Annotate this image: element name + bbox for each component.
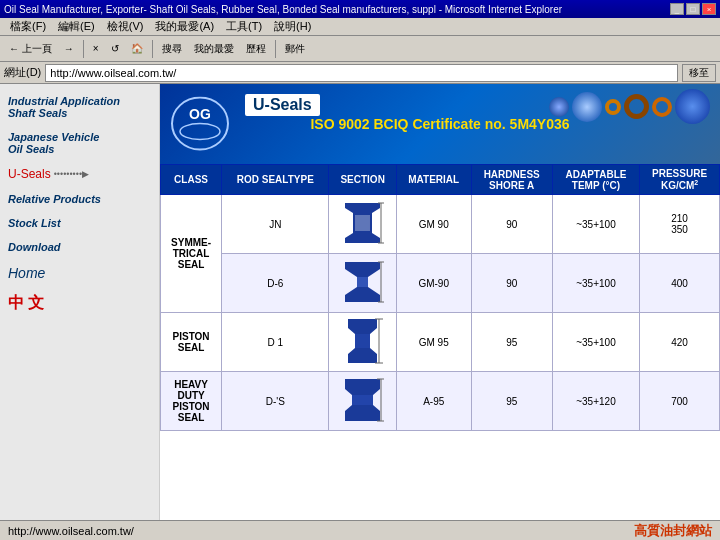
title-bar: Oil Seal Manufacturer, Exporter- Shaft O… <box>0 0 720 18</box>
sidebar-item-industrial[interactable]: Industrial ApplicationShaft Seals <box>4 92 155 122</box>
stop-button[interactable]: × <box>88 39 104 59</box>
status-url: http://www.oilseal.com.tw/ <box>8 525 134 537</box>
maximize-button[interactable]: □ <box>686 3 700 15</box>
sidebar-item-useals[interactable]: U-Seals •••••••••▶ <box>4 164 155 184</box>
main-content: OG U-Seals ISO 9002 BCIQ Certificate no.… <box>160 84 720 520</box>
col-section: SECTION <box>329 165 396 195</box>
menu-edit[interactable]: 編輯(E) <box>52 19 101 34</box>
class-piston: PISTONSEAL <box>161 313 222 372</box>
col-rod-sealtype: ROD SEALTYPE <box>222 165 329 195</box>
hardness-d6: 90 <box>471 254 552 313</box>
col-pressure: PRESSUREKG/CM2 <box>640 165 720 195</box>
menu-help[interactable]: 說明(H) <box>268 19 317 34</box>
sidebar: Industrial ApplicationShaft Seals Japane… <box>0 84 160 520</box>
sidebar-item-chinese[interactable]: 中 文 <box>4 290 155 317</box>
menu-bar: 檔案(F) 編輯(E) 檢視(V) 我的最愛(A) 工具(T) 說明(H) <box>0 18 720 36</box>
table-row: D-6 GM-90 90 ~35+100 400 <box>161 254 720 313</box>
window-title: Oil Seal Manufacturer, Exporter- Shaft O… <box>4 4 562 15</box>
mail-button[interactable]: 郵件 <box>280 39 310 59</box>
status-bar: http://www.oilseal.com.tw/ 高質油封網站 <box>0 520 720 540</box>
home-button[interactable]: 🏠 <box>126 39 148 59</box>
section-ds <box>329 372 396 431</box>
banner-brand: U-Seals <box>245 94 320 116</box>
hardness-jn: 90 <box>471 195 552 254</box>
pressure-jn: 210350 <box>640 195 720 254</box>
sidebar-useals-label: U-Seals <box>8 167 51 181</box>
pressure-ds: 700 <box>640 372 720 431</box>
sidebar-item-download[interactable]: Download <box>4 238 155 256</box>
company-logo: OG <box>170 97 230 152</box>
col-class: CLASS <box>161 165 222 195</box>
menu-favorites[interactable]: 我的最愛(A) <box>149 19 220 34</box>
toolbar-separator-1 <box>83 40 84 58</box>
banner: OG U-Seals ISO 9002 BCIQ Certificate no.… <box>160 84 720 164</box>
seal-diagram-d6 <box>340 257 385 307</box>
sidebar-item-japanese[interactable]: Japanese VehicleOil Seals <box>4 128 155 158</box>
toolbar-separator-2 <box>152 40 153 58</box>
rod-d6: D-6 <box>222 254 329 313</box>
sidebar-useals-dots: •••••••••▶ <box>54 169 89 179</box>
temp-d1: ~35+100 <box>552 313 639 372</box>
sidebar-item-home[interactable]: Home <box>4 262 155 284</box>
hardness-d1: 95 <box>471 313 552 372</box>
material-d1: GM 95 <box>396 313 471 372</box>
temp-d6: ~35+100 <box>552 254 639 313</box>
product-table: CLASS ROD SEALTYPE SECTION MATERIAL HARD… <box>160 164 720 431</box>
rod-ds: D-'S <box>222 372 329 431</box>
forward-button[interactable]: → <box>59 39 79 59</box>
pressure-d6: 400 <box>640 254 720 313</box>
hardness-ds: 95 <box>471 372 552 431</box>
menu-view[interactable]: 檢視(V) <box>101 19 150 34</box>
banner-decoration <box>549 89 710 124</box>
col-material: MATERIAL <box>396 165 471 195</box>
seal-diagram-ds <box>340 375 385 425</box>
section-jn <box>329 195 396 254</box>
temp-ds: ~35+120 <box>552 372 639 431</box>
address-input[interactable] <box>45 64 678 82</box>
history-button[interactable]: 歷程 <box>241 39 271 59</box>
menu-file[interactable]: 檔案(F) <box>4 19 52 34</box>
table-row: SYMME-TRICALSEAL JN <box>161 195 720 254</box>
material-d6: GM-90 <box>396 254 471 313</box>
address-bar: 網址(D) 移至 <box>0 62 720 84</box>
class-symmetrical: SYMME-TRICALSEAL <box>161 195 222 313</box>
col-hardness: HARDNESSSHORE A <box>471 165 552 195</box>
pressure-d1: 420 <box>640 313 720 372</box>
section-d6 <box>329 254 396 313</box>
rod-d1: D 1 <box>222 313 329 372</box>
seal-diagram-jn <box>340 198 385 248</box>
back-button[interactable]: ← 上一頁 <box>4 39 57 59</box>
toolbar-separator-3 <box>275 40 276 58</box>
section-d1 <box>329 313 396 372</box>
seal-diagram-d1 <box>340 316 385 366</box>
close-button[interactable]: × <box>702 3 716 15</box>
favorites-button[interactable]: 我的最愛 <box>189 39 239 59</box>
status-brand-chinese: 高質油封網站 <box>634 522 712 540</box>
banner-cert: ISO 9002 BCIQ Certificate no. 5M4Y036 <box>310 116 569 132</box>
refresh-button[interactable]: ↺ <box>106 39 124 59</box>
sidebar-item-relative[interactable]: Relative Products <box>4 190 155 208</box>
go-button[interactable]: 移至 <box>682 64 716 82</box>
table-row: PISTONSEAL D 1 GM 95 95 ~35+100 <box>161 313 720 372</box>
temp-jn: ~35+100 <box>552 195 639 254</box>
col-temp: ADAPTABLETEMP (°C) <box>552 165 639 195</box>
table-row: HEAVYDUTYPISTONSEAL D-'S A-95 95 ~35+ <box>161 372 720 431</box>
address-label: 網址(D) <box>4 65 41 80</box>
class-heavy-duty: HEAVYDUTYPISTONSEAL <box>161 372 222 431</box>
toolbar: ← 上一頁 → × ↺ 🏠 搜尋 我的最愛 歷程 郵件 <box>0 36 720 62</box>
search-button[interactable]: 搜尋 <box>157 39 187 59</box>
svg-text:OG: OG <box>189 106 211 122</box>
material-ds: A-95 <box>396 372 471 431</box>
svg-point-2 <box>180 124 220 140</box>
window-controls[interactable]: _ □ × <box>670 3 716 15</box>
sidebar-item-stock[interactable]: Stock List <box>4 214 155 232</box>
browser-content: Industrial ApplicationShaft Seals Japane… <box>0 84 720 520</box>
minimize-button[interactable]: _ <box>670 3 684 15</box>
rod-jn: JN <box>222 195 329 254</box>
menu-tools[interactable]: 工具(T) <box>220 19 268 34</box>
material-jn: GM 90 <box>396 195 471 254</box>
